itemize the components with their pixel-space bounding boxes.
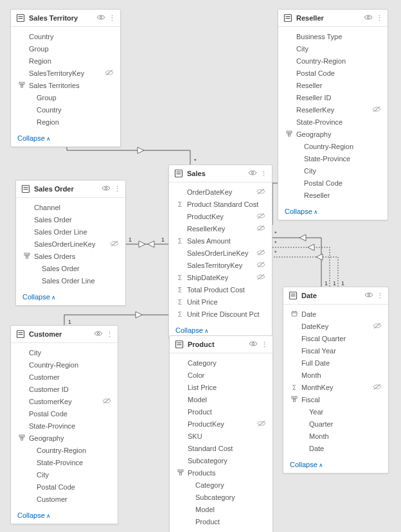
field[interactable]: Sales Order Line [16, 226, 125, 238]
field[interactable]: Subcategory [170, 492, 272, 504]
field[interactable]: SalesOrderLineKey [169, 247, 272, 260]
table-header[interactable]: Sales⋮ [169, 165, 272, 182]
field[interactable]: Fiscal Year [283, 345, 388, 357]
collapse-link[interactable]: Collapse [17, 134, 45, 142]
field[interactable]: Postal Code [278, 67, 388, 80]
field[interactable]: SalesTerritoryKey [11, 67, 120, 80]
field[interactable]: Sales Orders [16, 251, 125, 263]
table-header[interactable]: Reseller⋮ [278, 10, 388, 27]
more-icon[interactable]: ⋮ [109, 14, 115, 22]
field[interactable]: Date [283, 308, 388, 321]
field[interactable]: Customer [11, 493, 118, 506]
visibility-icon[interactable] [93, 330, 103, 338]
field[interactable]: Model [170, 504, 272, 516]
field[interactable]: List Price [170, 382, 272, 394]
field[interactable]: Country-Region [11, 445, 118, 457]
field[interactable]: Sales Order [16, 214, 125, 226]
more-icon[interactable]: ⋮ [260, 170, 267, 178]
table-header[interactable]: Customer⋮ [11, 326, 118, 343]
visibility-icon[interactable] [363, 14, 373, 22]
collapse-link[interactable]: Collapse [17, 511, 45, 519]
table-sales[interactable]: Sales⋮OrderDateKeyΣProduct Standard Cost… [168, 164, 272, 339]
field[interactable]: Year [283, 406, 388, 418]
field[interactable]: ΣProduct Standard Cost [169, 199, 272, 211]
field[interactable]: Reseller [278, 190, 388, 202]
field[interactable]: Customer ID [11, 384, 118, 396]
field[interactable]: Sales Order [16, 263, 125, 275]
field[interactable]: SKU [170, 430, 272, 443]
field[interactable]: State-Province [278, 116, 388, 129]
field[interactable]: City [11, 347, 118, 359]
table-salesTerritory[interactable]: Sales Territory⋮CountryGroupRegionSalesT… [10, 9, 121, 147]
field[interactable]: Postal Code [11, 408, 118, 420]
field[interactable]: ΣMonthKey [283, 382, 388, 394]
collapse-row[interactable]: Collapse∧ [283, 457, 388, 473]
table-customer[interactable]: Customer⋮CityCountry-RegionCustomerCusto… [10, 325, 118, 524]
collapse-link[interactable]: Collapse [22, 293, 50, 301]
field[interactable]: ΣUnit Price [169, 296, 272, 308]
visibility-icon[interactable] [96, 14, 106, 22]
more-icon[interactable]: ⋮ [114, 185, 120, 193]
field[interactable]: Category [170, 479, 272, 492]
field[interactable]: ΣShipDateKey [169, 272, 272, 284]
field[interactable]: Group [11, 43, 120, 55]
collapse-link[interactable]: Collapse [285, 208, 312, 215]
field[interactable]: Fiscal Quarter [283, 333, 388, 345]
field[interactable]: ΣTotal Product Cost [169, 284, 272, 296]
field[interactable]: ResellerKey [278, 104, 388, 116]
field[interactable]: Geography [11, 432, 118, 445]
field[interactable]: ResellerKey [169, 223, 272, 235]
field[interactable]: Postal Code [11, 481, 118, 493]
table-salesOrder[interactable]: Sales Order⋮ChannelSales OrderSales Orde… [15, 180, 126, 306]
visibility-icon[interactable] [364, 292, 374, 299]
field[interactable]: Fiscal [283, 394, 388, 406]
more-icon[interactable]: ⋮ [376, 14, 382, 22]
field[interactable]: Country [11, 104, 120, 116]
collapse-row[interactable]: Collapse∧ [278, 204, 388, 220]
field[interactable]: Sales Order Line [16, 275, 125, 287]
field[interactable]: City [278, 165, 388, 177]
field[interactable]: Country-Region [278, 141, 388, 153]
collapse-link[interactable]: Collapse [290, 461, 317, 468]
table-header[interactable]: Sales Territory⋮ [11, 10, 120, 27]
field[interactable]: SalesOrderLineKey [16, 238, 125, 251]
field[interactable]: Quarter [283, 418, 388, 430]
field[interactable]: CustomerKey [11, 396, 118, 408]
field[interactable]: Products [170, 467, 272, 479]
field[interactable]: ProductKey [169, 211, 272, 223]
field[interactable]: Model [170, 394, 272, 406]
field[interactable]: Sales Territories [11, 80, 120, 92]
more-icon[interactable]: ⋮ [106, 330, 112, 339]
table-header[interactable]: Sales Order⋮ [16, 181, 125, 198]
more-icon[interactable]: ⋮ [377, 292, 383, 300]
field[interactable]: DateKey [283, 321, 388, 333]
field[interactable]: Country-Region [278, 55, 388, 67]
visibility-icon[interactable] [101, 185, 111, 193]
field[interactable]: Customer [11, 371, 118, 384]
field[interactable]: Reseller ID [278, 92, 388, 104]
field[interactable]: ProductKey [170, 418, 272, 430]
field[interactable]: Region [11, 116, 120, 129]
field[interactable]: Product [170, 406, 272, 418]
field[interactable]: Reseller [278, 80, 388, 92]
field[interactable]: Full Date [283, 357, 388, 369]
collapse-row[interactable]: Collapse∧ [11, 131, 120, 146]
field[interactable]: Country [11, 31, 120, 43]
table-product[interactable]: Product⋮CategoryColorList PriceModelProd… [169, 335, 273, 532]
field[interactable]: Postal Code [278, 177, 388, 190]
field[interactable]: Standard Cost [170, 443, 272, 455]
field[interactable]: State-Province [11, 420, 118, 432]
field[interactable]: Date [283, 443, 388, 455]
field[interactable]: SalesTerritoryKey [169, 260, 272, 272]
field[interactable]: City [11, 469, 118, 481]
field[interactable]: City [278, 43, 388, 55]
field[interactable]: Group [11, 92, 120, 104]
field[interactable]: Month [283, 369, 388, 382]
table-header[interactable]: Product⋮ [170, 336, 272, 353]
field[interactable]: ΣUnit Price Discount Pct [169, 308, 272, 321]
table-date[interactable]: Date⋮DateDateKeyFiscal QuarterFiscal Yea… [283, 287, 389, 474]
collapse-link[interactable]: Collapse [175, 326, 203, 334]
collapse-row[interactable]: Collapse∧ [16, 290, 125, 305]
table-reseller[interactable]: Reseller⋮Business TypeCityCountry-Region… [278, 9, 388, 220]
field[interactable]: Subcategory [170, 455, 272, 467]
